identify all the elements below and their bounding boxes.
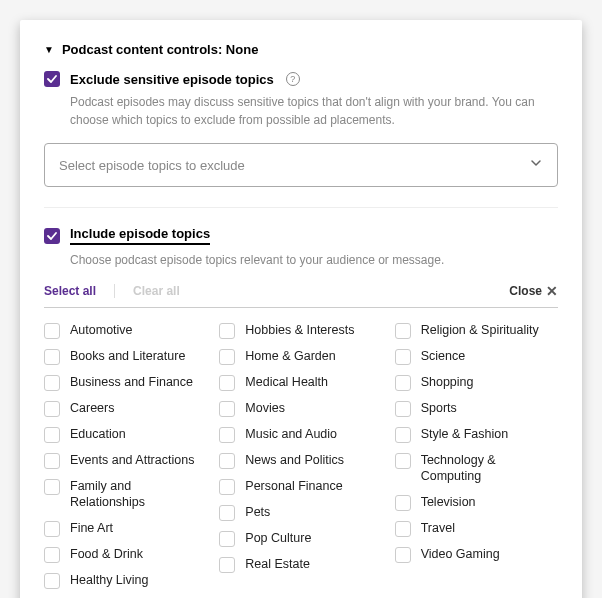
chevron-down-icon: [529, 156, 543, 174]
caret-down-icon: ▼: [44, 44, 54, 55]
topic-item[interactable]: Pets: [219, 504, 382, 521]
topic-checkbox[interactable]: [44, 479, 60, 495]
topic-item[interactable]: Style & Fashion: [395, 426, 558, 443]
topic-checkbox[interactable]: [44, 323, 60, 339]
close-label: Close: [509, 284, 542, 298]
topic-label: Books and Literature: [70, 348, 185, 364]
topic-checkbox[interactable]: [395, 401, 411, 417]
exclude-topics-select[interactable]: Select episode topics to exclude: [44, 143, 558, 187]
topic-item[interactable]: Medical Health: [219, 374, 382, 391]
topic-item[interactable]: Education: [44, 426, 207, 443]
topic-label: Shopping: [421, 374, 474, 390]
topic-item[interactable]: Events and Attractions: [44, 452, 207, 469]
topic-label: Video Gaming: [421, 546, 500, 562]
topic-item[interactable]: Books and Literature: [44, 348, 207, 365]
include-checkbox[interactable]: [44, 228, 60, 244]
topic-label: Family and Relationships: [70, 478, 207, 511]
exclude-label: Exclude sensitive episode topics: [70, 72, 274, 87]
topic-label: Careers: [70, 400, 114, 416]
topic-label: Technology & Computing: [421, 452, 558, 485]
topic-checkbox[interactable]: [219, 375, 235, 391]
topic-checkbox[interactable]: [395, 495, 411, 511]
topic-checkbox[interactable]: [219, 323, 235, 339]
topic-checkbox[interactable]: [219, 531, 235, 547]
topic-item[interactable]: Home & Garden: [219, 348, 382, 365]
exclude-checkbox-row[interactable]: Exclude sensitive episode topics ?: [44, 71, 558, 87]
topic-item[interactable]: Business and Finance: [44, 374, 207, 391]
topic-item[interactable]: Real Estate: [219, 556, 382, 573]
topic-checkbox[interactable]: [44, 453, 60, 469]
topic-label: Style & Fashion: [421, 426, 509, 442]
topic-item[interactable]: Fine Art: [44, 520, 207, 537]
topic-item[interactable]: Religion & Spirituality: [395, 322, 558, 339]
topic-item[interactable]: Science: [395, 348, 558, 365]
topic-checkbox[interactable]: [395, 453, 411, 469]
topic-checkbox[interactable]: [44, 401, 60, 417]
topic-item[interactable]: News and Politics: [219, 452, 382, 469]
topic-item[interactable]: Technology & Computing: [395, 452, 558, 485]
checkmark-icon: [47, 74, 57, 84]
topic-label: Personal Finance: [245, 478, 342, 494]
topic-checkbox[interactable]: [219, 479, 235, 495]
topic-item[interactable]: Food & Drink: [44, 546, 207, 563]
clear-all-button[interactable]: Clear all: [133, 284, 180, 298]
topic-label: Healthy Living: [70, 572, 149, 588]
topic-item[interactable]: Hobbies & Interests: [219, 322, 382, 339]
include-label: Include episode topics: [70, 226, 210, 245]
topic-item[interactable]: Sports: [395, 400, 558, 417]
topic-checkbox[interactable]: [395, 349, 411, 365]
topic-label: Home & Garden: [245, 348, 335, 364]
topic-item[interactable]: Personal Finance: [219, 478, 382, 495]
close-icon: ✕: [546, 283, 558, 299]
topic-item[interactable]: Movies: [219, 400, 382, 417]
topic-item[interactable]: Careers: [44, 400, 207, 417]
exclude-checkbox[interactable]: [44, 71, 60, 87]
include-checkbox-row[interactable]: Include episode topics: [44, 226, 558, 245]
select-placeholder: Select episode topics to exclude: [59, 158, 245, 173]
topic-checkbox[interactable]: [219, 349, 235, 365]
topic-item[interactable]: Television: [395, 494, 558, 511]
topic-checkbox[interactable]: [219, 505, 235, 521]
topic-label: Real Estate: [245, 556, 310, 572]
topic-checkbox[interactable]: [395, 521, 411, 537]
topics-col-1: AutomotiveBooks and LiteratureBusiness a…: [44, 322, 207, 589]
topic-checkbox[interactable]: [44, 573, 60, 589]
topic-label: News and Politics: [245, 452, 344, 468]
topic-checkbox[interactable]: [44, 547, 60, 563]
topic-label: Pop Culture: [245, 530, 311, 546]
topic-checkbox[interactable]: [44, 349, 60, 365]
topic-checkbox[interactable]: [219, 401, 235, 417]
topic-item[interactable]: Music and Audio: [219, 426, 382, 443]
topic-item[interactable]: Pop Culture: [219, 530, 382, 547]
topics-col-2: Hobbies & InterestsHome & GardenMedical …: [219, 322, 382, 589]
topic-item[interactable]: Video Gaming: [395, 546, 558, 563]
topic-label: Hobbies & Interests: [245, 322, 354, 338]
topic-label: Fine Art: [70, 520, 113, 536]
topics-col-3: Religion & SpiritualityScienceShoppingSp…: [395, 322, 558, 589]
topic-checkbox[interactable]: [219, 557, 235, 573]
topic-label: Movies: [245, 400, 285, 416]
topic-checkbox[interactable]: [219, 427, 235, 443]
include-description: Choose podcast episode topics relevant t…: [70, 251, 558, 269]
help-icon[interactable]: ?: [286, 72, 300, 86]
topic-checkbox[interactable]: [395, 375, 411, 391]
close-button[interactable]: Close ✕: [509, 283, 558, 299]
topic-checkbox[interactable]: [44, 521, 60, 537]
topic-checkbox[interactable]: [395, 427, 411, 443]
topic-item[interactable]: Automotive: [44, 322, 207, 339]
topic-item[interactable]: Family and Relationships: [44, 478, 207, 511]
actions-left: Select all Clear all: [44, 284, 180, 298]
topic-checkbox[interactable]: [395, 323, 411, 339]
topic-item[interactable]: Travel: [395, 520, 558, 537]
topic-label: Science: [421, 348, 465, 364]
topic-checkbox[interactable]: [395, 547, 411, 563]
select-all-button[interactable]: Select all: [44, 284, 96, 298]
topic-item[interactable]: Healthy Living: [44, 572, 207, 589]
topic-item[interactable]: Shopping: [395, 374, 558, 391]
topic-label: Music and Audio: [245, 426, 337, 442]
topic-checkbox[interactable]: [219, 453, 235, 469]
section-divider: [44, 207, 558, 208]
topic-checkbox[interactable]: [44, 375, 60, 391]
section-header[interactable]: ▼ Podcast content controls: None: [44, 42, 558, 57]
topic-checkbox[interactable]: [44, 427, 60, 443]
